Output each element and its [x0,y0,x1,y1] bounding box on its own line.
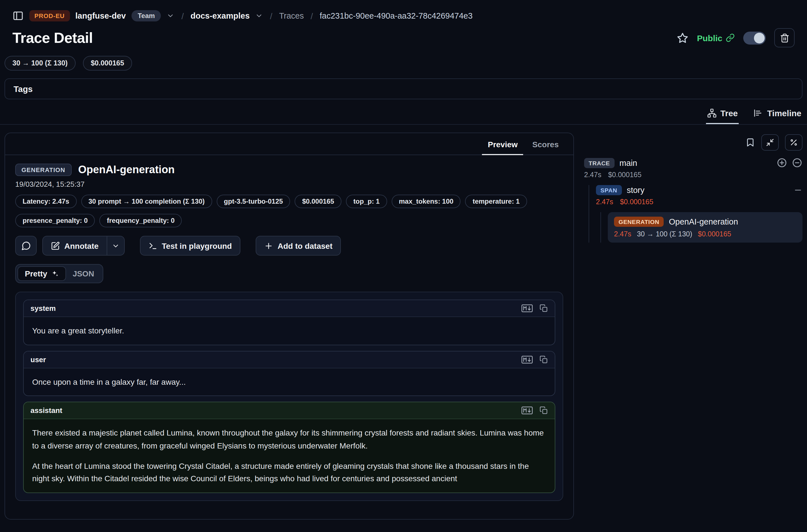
star-icon[interactable] [677,32,689,44]
breadcrumb: PROD-EU langfuse-dev Team / docs-example… [0,0,807,24]
tab-tree-label: Tree [720,108,738,118]
observation-detail: GENERATION OpenAI-generation 19/03/2024,… [5,155,574,509]
cost-pill: $0.000165 [83,56,132,71]
tree-node-trace: TRACE main 2.47s $0.000165 [584,157,803,243]
copy-icon[interactable] [540,304,548,312]
trace-tree: TRACE main 2.47s $0.000165 [584,157,803,243]
message-paragraph: You are a great storyteller. [32,324,546,337]
generation-badge: GENERATION [614,217,664,227]
tab-preview[interactable]: Preview [482,133,523,155]
message-card-system: system You are a great storyteller. [23,300,555,345]
message-content: There existed a majestic planet called L… [24,419,555,493]
format-toggle: Pretty JSON [15,264,103,283]
tree-row-controls [776,157,803,168]
markdown-icon[interactable] [522,406,533,415]
collapse-node-icon[interactable] [793,186,803,195]
annotate-split-button: Annotate [42,236,125,255]
tags-title: Tags [14,84,33,94]
plus-circle-icon[interactable] [776,157,787,168]
copy-icon[interactable] [540,406,548,415]
trace-badge: TRACE [584,158,614,168]
message-paragraph: There existed a majestic planet called L… [32,427,546,453]
markdown-icon[interactable] [522,304,533,312]
page-title: Trace Detail [13,29,93,46]
observation-metrics-row-2: presence_penalty: 0 frequency_penalty: 0 [15,214,563,227]
breadcrumb-organization[interactable]: langfuse-dev [75,11,126,20]
format-pretty-button[interactable]: Pretty [18,266,66,281]
collapse-expand-button[interactable] [761,134,779,150]
observation-actions: Annotate Test in playground Add [15,236,563,255]
tree-icon [707,108,716,118]
trace-metrics: 30 → 100 (Σ 130) $0.000165 [0,48,807,71]
markdown-icon[interactable] [522,355,533,364]
top-p-pill: top_p: 1 [346,195,387,208]
trace-row[interactable]: TRACE main [584,157,803,168]
annotate-label: Annotate [64,241,98,250]
bookmark-icon[interactable] [746,137,755,147]
chevron-down-icon[interactable] [255,12,263,20]
generation-cost: $0.000165 [698,230,731,238]
tags-section[interactable]: Tags [4,78,803,99]
public-link[interactable]: Public [697,33,735,43]
tree-node-generation-selected[interactable]: GENERATION OpenAI-generation 2.47s 30 → … [608,212,803,243]
view-tabs: Tree Timeline [0,99,807,125]
environment-badge: PROD-EU [29,10,70,21]
observation-type-badge: GENERATION [15,164,71,176]
message-header: system [24,300,555,317]
trace-tree-panel: TRACE main 2.47s $0.000165 [584,133,803,243]
format-json-button[interactable]: JSON [66,267,101,280]
page-header: Trace Detail Public [0,24,807,48]
message-paragraph: Once upon a time in a galaxy far, far aw… [32,376,546,388]
presence-penalty-pill: presence_penalty: 0 [15,214,95,227]
sparkles-icon [51,270,58,277]
public-toggle[interactable] [743,31,766,44]
max-tokens-pill: max_tokens: 100 [391,195,461,208]
trash-icon [780,33,789,43]
observation-header: GENERATION OpenAI-generation [15,164,563,176]
panel-tabs: Preview Scores [5,133,574,155]
generation-metrics: 2.47s 30 → 100 (Σ 130) $0.000165 [614,230,796,238]
usage-pill: 30 → 100 (Σ 130) [4,56,76,71]
span-name: story [627,186,644,195]
breadcrumb-separator: / [269,11,274,21]
metrics-toggle-button[interactable] [785,134,803,150]
trace-cost: $0.000165 [608,171,641,179]
latency-pill: Latency: 2.47s [15,195,76,208]
chevron-down-icon[interactable] [167,12,175,20]
tab-tree[interactable]: Tree [706,108,739,124]
breadcrumb-traces[interactable]: Traces [279,11,304,20]
test-in-playground-button[interactable]: Test in playground [140,236,240,255]
message-role: system [31,304,56,312]
message-header-actions [522,304,548,312]
add-to-dataset-button[interactable]: Add to dataset [256,236,341,255]
main-content: Preview Scores GENERATION OpenAI-generat… [0,125,807,519]
span-row[interactable]: SPAN story [596,185,803,195]
sidebar-toggle-icon[interactable] [13,10,24,21]
comment-button[interactable] [15,236,37,255]
toggle-knob [754,33,765,43]
delete-trace-button[interactable] [774,28,794,48]
message-card-user: user Once upon a time in a galaxy far, f… [23,350,555,396]
temperature-pill: temperature: 1 [465,195,527,208]
copy-icon[interactable] [540,355,548,364]
observation-metrics-row-1: Latency: 2.47s 30 prompt → 100 completio… [15,195,563,208]
pretty-label: Pretty [25,269,47,278]
timeline-icon [754,108,763,118]
tree-node-span: SPAN story 2.47s $0.000165 [596,185,803,243]
span-cost: $0.000165 [620,198,653,206]
breadcrumb-project[interactable]: docs-examples [190,11,250,20]
span-children: GENERATION OpenAI-generation 2.47s 30 → … [600,212,803,243]
span-badge: SPAN [596,185,622,195]
annotate-button[interactable]: Annotate [42,236,106,255]
generation-latency: 2.47s [614,230,631,238]
minus-circle-icon[interactable] [792,157,803,168]
model-pill[interactable]: gpt-3.5-turbo-0125 [217,195,290,208]
annotate-dropdown-button[interactable] [106,236,125,255]
tab-timeline-label: Timeline [767,108,801,118]
tab-scores[interactable]: Scores [527,133,564,155]
tab-timeline[interactable]: Timeline [753,108,803,124]
trace-children: SPAN story 2.47s $0.000165 [588,185,803,243]
public-label: Public [697,33,722,43]
tree-row-controls [793,186,803,195]
comment-icon [21,241,31,250]
